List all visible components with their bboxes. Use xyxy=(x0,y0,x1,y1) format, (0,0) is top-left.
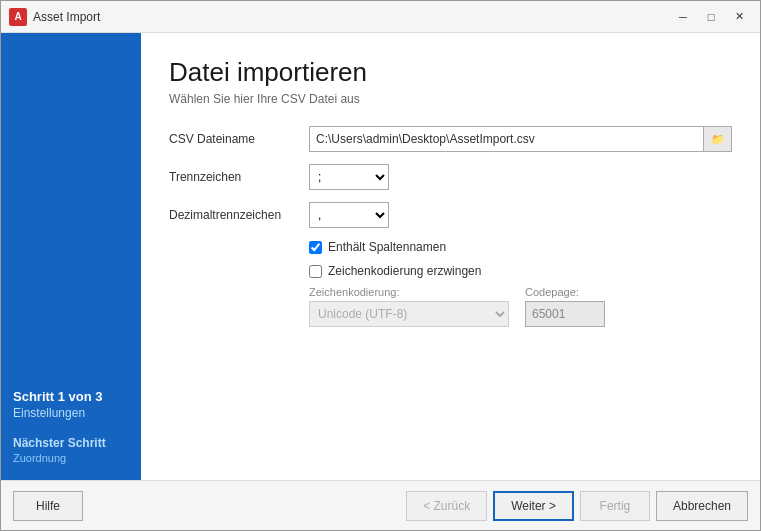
dezimal-row: Dezimaltrennzeichen , . xyxy=(169,202,732,228)
form-area: CSV Dateiname 📁 Trennzeichen ; , | xyxy=(169,126,732,480)
folder-icon: 📁 xyxy=(711,133,725,146)
encoding-select: Unicode (UTF-8) xyxy=(309,301,509,327)
csv-row: CSV Dateiname 📁 xyxy=(169,126,732,152)
codepage-input xyxy=(525,301,605,327)
footer: Hilfe < Zurück Weiter > Fertig Abbrechen xyxy=(1,480,760,530)
app-icon: A xyxy=(9,8,27,26)
maximize-button[interactable]: □ xyxy=(698,7,724,27)
codepage-sublabel: Codepage: xyxy=(525,286,605,298)
trennzeichen-select[interactable]: ; , | Tab xyxy=(309,164,389,190)
csv-file-control: 📁 xyxy=(309,126,732,152)
encoding-checkbox[interactable] xyxy=(309,265,322,278)
trennzeichen-row: Trennzeichen ; , | Tab xyxy=(169,164,732,190)
content-area: Schritt 1 von 3 Einstellungen Nächster S… xyxy=(1,33,760,480)
next-step-name: Zuordnung xyxy=(13,452,129,464)
dezimal-label: Dezimaltrennzeichen xyxy=(169,208,309,222)
weiter-button[interactable]: Weiter > xyxy=(493,491,574,521)
current-step: Schritt 1 von 3 Einstellungen xyxy=(13,389,129,420)
hilfe-button[interactable]: Hilfe xyxy=(13,491,83,521)
next-step: Nächster Schritt Zuordnung xyxy=(13,436,129,464)
encoding-section: Zeichenkodierung erzwingen Zeichenkodier… xyxy=(309,264,732,327)
csv-label: CSV Dateiname xyxy=(169,132,309,146)
minimize-button[interactable]: ─ xyxy=(670,7,696,27)
zuruck-button[interactable]: < Zurück xyxy=(406,491,487,521)
page-title: Datei importieren xyxy=(169,57,732,88)
window-title: Asset Import xyxy=(33,10,670,24)
encoding-sublabel: Zeichenkodierung: xyxy=(309,286,509,298)
fertig-button[interactable]: Fertig xyxy=(580,491,650,521)
trennzeichen-label: Trennzeichen xyxy=(169,170,309,184)
main-panel: Datei importieren Wählen Sie hier Ihre C… xyxy=(141,33,760,480)
encoding-select-group: Zeichenkodierung: Unicode (UTF-8) xyxy=(309,286,509,327)
next-step-label: Nächster Schritt xyxy=(13,436,129,450)
close-button[interactable]: ✕ xyxy=(726,7,752,27)
encoding-checkbox-row: Zeichenkodierung erzwingen xyxy=(309,264,732,278)
spaltennamen-row: Enthält Spaltennamen xyxy=(309,240,732,254)
footer-right: < Zurück Weiter > Fertig Abbrechen xyxy=(406,491,748,521)
footer-left: Hilfe xyxy=(13,491,406,521)
titlebar: A Asset Import ─ □ ✕ xyxy=(1,1,760,33)
window-controls: ─ □ ✕ xyxy=(670,7,752,27)
sidebar: Schritt 1 von 3 Einstellungen Nächster S… xyxy=(1,33,141,480)
dezimal-select[interactable]: , . xyxy=(309,202,389,228)
spaltennamen-label[interactable]: Enthält Spaltennamen xyxy=(328,240,446,254)
step-number: Schritt 1 von 3 xyxy=(13,389,129,404)
page-subtitle: Wählen Sie hier Ihre CSV Datei aus xyxy=(169,92,732,106)
abbrechen-button[interactable]: Abbrechen xyxy=(656,491,748,521)
codepage-group: Codepage: xyxy=(525,286,605,327)
main-window: A Asset Import ─ □ ✕ Schritt 1 von 3 Ein… xyxy=(0,0,761,531)
spaltennamen-checkbox[interactable] xyxy=(309,241,322,254)
csv-file-input[interactable] xyxy=(309,126,704,152)
step-name: Einstellungen xyxy=(13,406,129,420)
browse-button[interactable]: 📁 xyxy=(704,126,732,152)
encoding-fields: Zeichenkodierung: Unicode (UTF-8) Codepa… xyxy=(309,286,732,327)
encoding-label[interactable]: Zeichenkodierung erzwingen xyxy=(328,264,481,278)
